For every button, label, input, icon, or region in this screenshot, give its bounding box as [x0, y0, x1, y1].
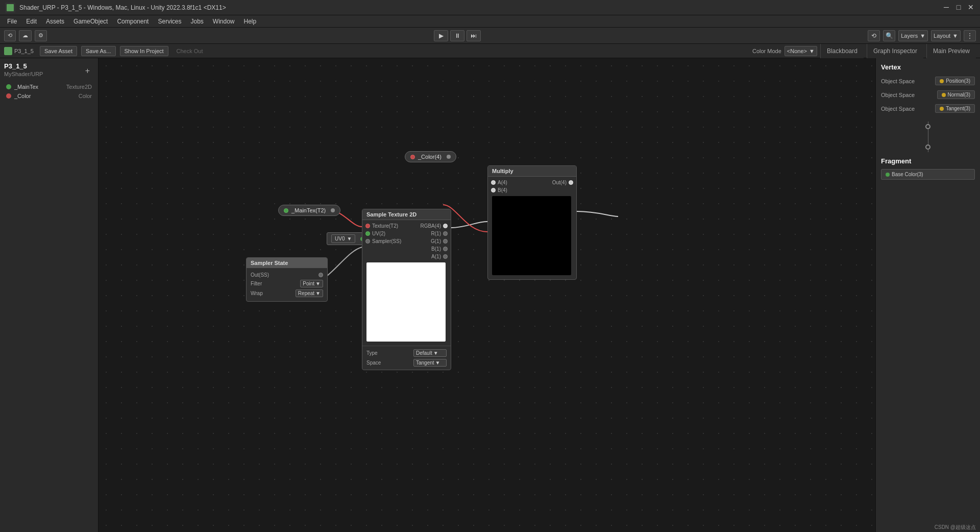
add-property-button[interactable]: + — [85, 66, 90, 76]
texture-input-uv: UV(2) — [365, 230, 404, 237]
multiply-label-a: A(4) — [498, 180, 507, 185]
tab-blackboard[interactable]: Blackboard — [820, 44, 864, 58]
maximize-button[interactable]: □ — [954, 3, 963, 11]
property-maintex[interactable]: _MainTex Texture2D — [4, 82, 94, 91]
sampler-state-node[interactable]: Sampler State Out(SS) Filter Point ▼ Wra… — [246, 257, 328, 302]
texture-footer: Type Default ▼ Space Tangent ▼ — [362, 346, 451, 370]
vertex-pos-dot — [940, 79, 944, 83]
layout-dropdown[interactable]: Layout ▼ — [931, 30, 961, 41]
step-button[interactable]: ⏭ — [467, 30, 481, 41]
prop-name-maintex: _MainTex — [14, 84, 63, 90]
menu-file[interactable]: File — [3, 17, 21, 26]
play-button[interactable]: ▶ — [434, 30, 448, 41]
fragment-base-color: Base Color(3) — [881, 169, 975, 180]
menu-help[interactable]: Help — [240, 17, 261, 26]
fragment-title: Fragment — [881, 157, 975, 165]
sampler-filter-row: Filter Point ▼ — [251, 279, 323, 288]
color-mode-area: Color Mode <None> ▼ Blackboard Graph Ins… — [752, 44, 976, 58]
save-as-button[interactable]: Save As... — [81, 46, 116, 56]
multiply-outputs: Out(4) — [532, 177, 577, 196]
menu-window[interactable]: Window — [209, 17, 239, 26]
footer-type-label: Type — [366, 350, 378, 356]
minimize-button[interactable]: ─ — [942, 3, 950, 11]
texture-label-texture: Texture(T2) — [372, 223, 398, 229]
toolbar-icon2[interactable]: ☁ — [19, 30, 32, 41]
tab-main-preview[interactable]: Main Preview — [926, 44, 976, 58]
vertex-norm-dot — [942, 93, 946, 97]
menu-component[interactable]: Component — [113, 17, 153, 26]
maintex-prop-port — [284, 208, 288, 213]
menu-gameobject[interactable]: GameObject — [69, 17, 112, 26]
vertex-section: Vertex Object Space Position(3) Object S… — [876, 58, 980, 122]
uv0-chevron: ▼ — [347, 236, 352, 241]
asset-name: P3_1_5 — [14, 48, 34, 54]
multiply-input-a: A(4) — [491, 179, 529, 186]
multiply-output-out: Out(4) — [535, 179, 574, 186]
maintex-property-node[interactable]: _MainTex(T2) — [278, 205, 340, 216]
title-text: Shader_URP - P3_1_5 - Windows, Mac, Linu… — [19, 4, 226, 11]
title-bar: Shader_URP - P3_1_5 - Windows, Mac, Linu… — [0, 0, 980, 15]
texture-output-rgba: RGBA(4) — [410, 222, 448, 230]
sampler-filter-dropdown[interactable]: Point ▼ — [300, 280, 323, 287]
menu-assets[interactable]: Assets — [42, 17, 68, 26]
more-button[interactable]: ⋮ — [964, 30, 976, 41]
menu-edit[interactable]: Edit — [22, 17, 41, 26]
texture-out-rgba: RGBA(4) — [420, 223, 441, 229]
multiply-port-a-in — [491, 180, 496, 185]
color-prop-out-port — [447, 155, 451, 159]
color-prop-label: _Color(4) — [418, 154, 442, 160]
prop-type-color: Color — [79, 93, 92, 99]
main-content: P3_1_5 MyShader/URP + _MainTex Texture2D… — [0, 58, 980, 532]
vertex-pos-port: Position(3) — [935, 77, 975, 85]
texture-port-r — [443, 231, 448, 236]
color-mode-dropdown[interactable]: <None> ▼ — [785, 46, 817, 56]
layers-chevron: ▼ — [920, 33, 925, 39]
close-button[interactable]: ✕ — [967, 3, 975, 11]
texture-footer-space: Space Tangent ▼ — [366, 358, 447, 368]
playback-controls: ▶ ⏸ ⏭ — [50, 30, 865, 41]
left-panel-header: P3_1_5 MyShader/URP + — [4, 62, 94, 82]
color-property-node[interactable]: _Color(4) — [405, 151, 456, 162]
menu-services[interactable]: Services — [154, 17, 185, 26]
sampler-filter-label: Filter — [251, 281, 262, 286]
texture-out-b: B(1) — [431, 246, 441, 252]
color-mode-value: <None> — [787, 48, 807, 54]
graph-canvas[interactable]: _Color(4) _MainTex(T2) UV0 ▼ Sampler Sta… — [99, 58, 875, 532]
asset-icon-area: P3_1_5 — [4, 47, 34, 55]
sample-texture-body: Texture(T2) UV(2) Sampler(SS) RGBA(4) — [362, 220, 451, 262]
show-in-project-button[interactable]: Show In Project — [120, 46, 168, 56]
texture-port-rgba — [443, 224, 448, 228]
multiply-input-b: B(4) — [491, 186, 529, 194]
toolbar-icon3[interactable]: ⚙ — [35, 30, 47, 41]
tab-graph-inspector[interactable]: Graph Inspector — [867, 44, 923, 58]
sampler-out-label: Out(SS) — [251, 272, 269, 278]
multiply-label-b: B(4) — [498, 187, 507, 193]
footer-type-dropdown[interactable]: Default ▼ — [413, 349, 447, 357]
texture-output-b: B(1) — [410, 245, 448, 253]
save-asset-button[interactable]: Save Asset — [40, 46, 77, 56]
texture-output-g: G(1) — [410, 237, 448, 245]
prop-type-maintex: Texture2D — [66, 84, 92, 90]
prop-name-color: _Color — [14, 93, 76, 99]
footer-space-dropdown[interactable]: Tangent ▼ — [413, 359, 447, 367]
multiply-title: Multiply — [488, 166, 576, 177]
vertex-normal-row: Object Space Normal(3) — [881, 89, 975, 101]
menu-jobs[interactable]: Jobs — [186, 17, 207, 26]
texture-port-b — [443, 247, 448, 251]
search-button[interactable]: 🔍 — [883, 30, 895, 41]
fragment-color-dot — [886, 173, 890, 177]
vertex-tangent-row: Object Space Tangent(3) — [881, 103, 975, 114]
pause-button[interactable]: ⏸ — [450, 30, 464, 41]
multiply-node[interactable]: Multiply A(4) B(4) Out(4) — [487, 165, 577, 280]
history-button[interactable]: ⟲ — [868, 30, 880, 41]
sample-texture-node[interactable]: Sample Texture 2D Texture(T2) UV(2) Samp… — [362, 209, 451, 370]
toolbar-icon1[interactable]: ⟲ — [4, 30, 16, 41]
texture-input-texture: Texture(T2) — [365, 222, 404, 230]
prop-dot-color — [6, 93, 11, 99]
texture-out-a: A(1) — [431, 254, 441, 259]
property-color[interactable]: _Color Color — [4, 91, 94, 101]
sampler-wrap-dropdown[interactable]: Repeat ▼ — [296, 289, 323, 297]
menu-bar: File Edit Assets GameObject Component Se… — [0, 15, 980, 28]
layers-dropdown[interactable]: Layers ▼ — [898, 30, 928, 41]
texture-output-r: R(1) — [410, 230, 448, 237]
